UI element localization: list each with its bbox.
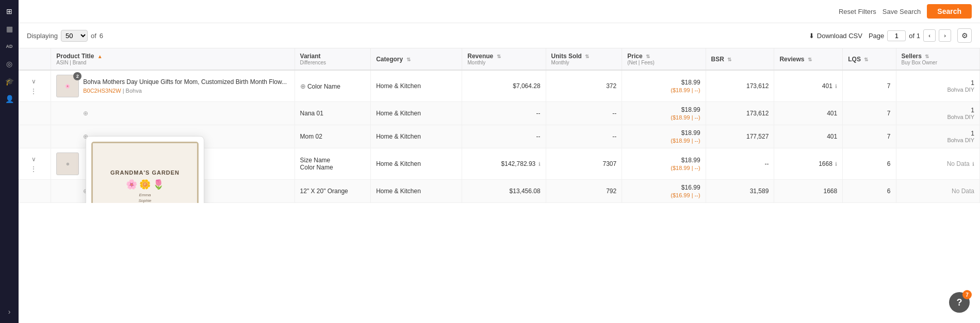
th-units[interactable]: Units Sold ⇅ Monthly — [546, 48, 622, 70]
category-cell: Home & Kitchen — [371, 102, 462, 125]
sidebar-icon-chart[interactable]: ▦ — [2, 22, 17, 36]
save-search-link[interactable]: Save Search — [883, 8, 921, 15]
variant-line1: Size Name — [300, 157, 366, 164]
seller-name: Bohva DIY — [902, 87, 974, 93]
thumb-count-badge: 2 — [73, 72, 81, 80]
product-name: Bohva Mothers Day Unique Gifts for Mom, … — [83, 78, 287, 87]
reviews-cell: 1668 — [774, 180, 843, 203]
th-reviews[interactable]: Reviews ⇅ — [774, 48, 843, 70]
sort-icon-reviews: ⇅ — [808, 57, 812, 62]
price-cell: $18.99 ($18.99 | --) — [622, 102, 706, 125]
popup-image-inner: GRANDMA'S GARDEN 🌸 🌼 🌷 EmmaSophieOliver … — [91, 142, 199, 203]
seller-count: 1 — [902, 130, 974, 137]
th-price[interactable]: Price ⇅ (Net | Fees) — [622, 48, 706, 70]
variant-cell: 12" X 20" Orange — [295, 180, 371, 203]
lqs-cell: 6 — [843, 148, 896, 180]
bsr-cell: 31,589 — [706, 180, 774, 203]
sellers-cell: No Data — [896, 180, 979, 203]
th-category[interactable]: Category ⇅ — [371, 48, 462, 70]
main-content: Reset Filters Save Search Search Display… — [19, 0, 980, 323]
bsr-cell: 173,612 — [706, 102, 774, 125]
flower-1: 🌸 — [126, 179, 137, 190]
price-net: ($18.99 | --) — [627, 87, 700, 93]
sellers-cell: 1 Bohva DIY — [896, 70, 979, 102]
search-button[interactable]: Search — [927, 4, 972, 19]
page-input[interactable] — [887, 30, 906, 41]
no-data-label: No Data — [902, 188, 974, 195]
price-cell: $16.99 ($16.99 | --) — [622, 180, 706, 203]
table-row: ⊕ Nana 01 Home & Kitchen -- -- $18.99 ($… — [19, 102, 980, 125]
of-label: of — [91, 32, 96, 40]
th-revenue[interactable]: Revenue ⇅ Monthly — [462, 48, 546, 70]
displaying-label: Displaying — [27, 32, 58, 40]
price-cell: $18.99 ($18.99 | --) — [622, 70, 706, 102]
controls-right: ⬇ Download CSV Page of 1 ‹ › ⚙ — [809, 28, 972, 43]
reviews-info-icon: ℹ — [835, 83, 837, 89]
sidebar-icon-grid[interactable]: ⊞ — [2, 4, 17, 19]
download-csv-button[interactable]: ⬇ Download CSV — [809, 32, 862, 40]
table-header-row: Product Title ▲ ASIN | Brand Variant Dif… — [19, 48, 980, 70]
row-menu-button[interactable]: ⋮ — [24, 165, 43, 173]
units-cell: 372 — [546, 70, 622, 102]
grandma-garden-image: GRANDMA'S GARDEN 🌸 🌼 🌷 EmmaSophieOliver … — [91, 142, 199, 203]
units-cell: 792 — [546, 180, 622, 203]
page-next-button[interactable]: › — [939, 29, 951, 42]
lqs-cell: 7 — [843, 70, 896, 102]
of-pages-label: of 1 — [909, 32, 920, 40]
price-main: $18.99 — [627, 129, 700, 137]
price-cell: $18.99 ($18.99 | --) — [622, 125, 706, 148]
reset-filters-link[interactable]: Reset Filters — [839, 8, 876, 15]
product-meta: B0C2HS3N2W | Bohva — [83, 88, 287, 94]
sub-row-icon: ⊕ — [83, 110, 88, 117]
bsr-cell: -- — [706, 148, 774, 180]
units-cell: 7307 — [546, 148, 622, 180]
revenue-cell: -- — [462, 125, 546, 148]
th-expand — [19, 48, 51, 70]
revenue-cell: $7,064.28 — [462, 70, 546, 102]
units-cell: -- — [546, 102, 622, 125]
sidebar-icon-target[interactable]: ◎ — [2, 57, 17, 71]
sellers-cell: 1 Bohva DIY — [896, 102, 979, 125]
sort-icon-bsr: ⇅ — [727, 57, 731, 62]
variant-cell: ⊕ Color Name — [295, 70, 371, 102]
per-page-select[interactable]: 50 25 100 — [61, 30, 88, 42]
sidebar-icon-ad[interactable]: AD — [2, 39, 17, 54]
help-button[interactable]: 7 ? — [949, 292, 970, 313]
flower-3: 🌷 — [153, 179, 164, 190]
settings-button[interactable]: ⚙ — [957, 28, 972, 43]
sidebar-icon-cap[interactable]: 🎓 — [2, 74, 17, 89]
variant-icon: ⊕ — [300, 82, 306, 90]
asin-link[interactable]: B0C2HS3N2W — [83, 88, 121, 94]
th-sellers[interactable]: Sellers ⇅ Buy Box Owner — [896, 48, 979, 70]
row-expand-button[interactable]: ∨ — [24, 155, 43, 163]
sort-icon-lqs: ⇅ — [864, 57, 868, 62]
bsr-cell: 177,527 — [706, 125, 774, 148]
row-expand-button[interactable]: ∨ — [24, 77, 43, 86]
expand-cell: ∨ ⋮ — [19, 70, 51, 102]
download-icon: ⬇ — [809, 32, 814, 40]
table-row: ∨ ⋮ 🌸 2 — [19, 70, 980, 102]
page-label: Page — [869, 32, 884, 40]
th-lqs[interactable]: LQS ⇅ — [843, 48, 896, 70]
price-net: ($18.99 | --) — [627, 165, 700, 171]
row-menu-button[interactable]: ⋮ — [24, 87, 43, 95]
sidebar-icon-person[interactable]: 👤 — [2, 92, 17, 106]
reviews-cell: 401 — [774, 102, 843, 125]
th-product[interactable]: Product Title ▲ ASIN | Brand — [51, 48, 295, 70]
sidebar-icon-collapse[interactable]: › — [2, 304, 17, 319]
th-bsr[interactable]: BSR ⇅ — [706, 48, 774, 70]
sellers-cell: No Data ℹ — [896, 148, 979, 180]
popup-flowers: 🌸 🌼 🌷 — [126, 179, 164, 190]
sort-icon-category: ⇅ — [406, 57, 411, 62]
th-variant: Variant Differences — [295, 48, 371, 70]
seller-count: 1 — [902, 107, 974, 114]
bsr-cell: 173,612 — [706, 70, 774, 102]
sort-icon-sellers: ⇅ — [925, 54, 929, 59]
category-cell: Home & Kitchen — [371, 148, 462, 180]
variant-cell: Size Name Color Name — [295, 148, 371, 180]
page-prev-button[interactable]: ‹ — [923, 29, 936, 42]
sidebar: ⊞ ▦ AD ◎ 🎓 👤 › — [0, 0, 19, 323]
price-main: $18.99 — [627, 106, 700, 113]
price-main: $16.99 — [627, 184, 700, 191]
product-image-popup: GRANDMA'S GARDEN 🌸 🌼 🌷 EmmaSophieOliver … — [86, 136, 204, 203]
